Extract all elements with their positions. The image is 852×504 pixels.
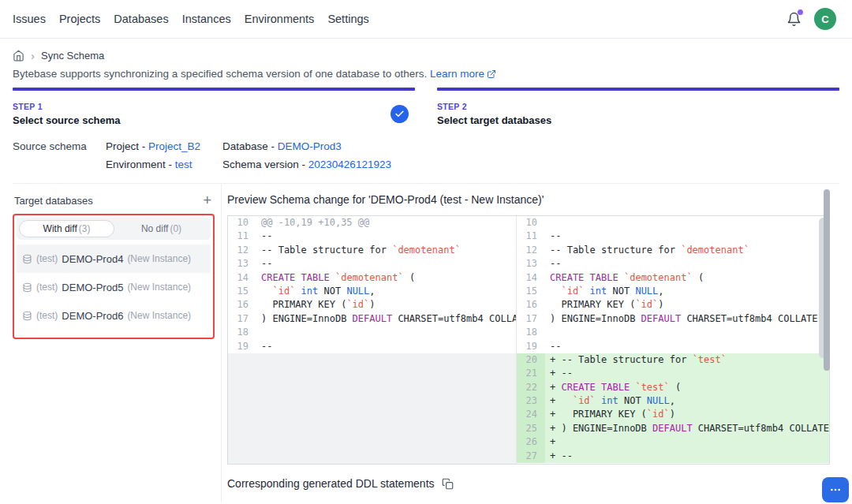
code-text: ) ENGINE=InnoDB DEFAULT CHARSET=utf8mb4 …: [545, 312, 829, 326]
target-databases-box: With diff(3) No diff(0) (test)DEMO-Prod4…: [13, 214, 215, 339]
add-target-database-button[interactable]: +: [203, 193, 211, 207]
code-text: [545, 216, 829, 230]
code-text: --: [256, 340, 516, 353]
line-number: 21: [517, 367, 545, 380]
line-number: 15: [228, 285, 256, 298]
line-number: 16: [517, 298, 545, 312]
target-suffix: (New Instance): [127, 253, 191, 264]
diff-line: 21+ --: [517, 367, 829, 380]
code-text: --: [545, 257, 829, 271]
diff-line: 18: [228, 326, 516, 339]
intro-text-row: Bytebase supports synchronizing a specif…: [13, 68, 839, 80]
diff-line: 14CREATE TABLE `demotenant` (: [228, 271, 516, 285]
code-text: [545, 326, 829, 339]
target-database-item[interactable]: (test)DEMO-Prod4(New Instance): [17, 245, 211, 273]
tab-no-diff[interactable]: No diff(0): [114, 220, 208, 237]
code-text: CREATE TABLE `demotenant` (: [545, 271, 829, 285]
target-environment: (test): [36, 282, 58, 293]
target-database-item[interactable]: (test)DEMO-Prod6(New Instance): [17, 301, 211, 330]
nav-item-settings[interactable]: Settings: [327, 13, 368, 25]
instance-icon: [22, 254, 32, 264]
diff-line: 10: [517, 216, 829, 230]
line-number: 15: [517, 285, 545, 298]
diff-line: 15 `id` int NOT NULL,: [517, 285, 829, 298]
diff-line: 16 PRIMARY KEY (`id`): [517, 298, 829, 312]
code-text: --: [545, 340, 829, 353]
learn-more-link[interactable]: Learn more: [430, 68, 496, 80]
line-number: 10: [517, 216, 545, 230]
diff-line: 13--: [228, 257, 516, 271]
main-nav: IssuesProjectsDatabasesInstancesEnvironm…: [13, 13, 383, 25]
tab-no-diff-label: No diff: [141, 223, 168, 234]
home-icon[interactable]: [13, 50, 24, 62]
preview-panel: Preview Schema change for 'DEMO-Prod4 (t…: [222, 184, 852, 502]
database-link[interactable]: DEMO-Prod3: [278, 140, 342, 152]
step2-label: STEP 2: [437, 102, 551, 111]
nav-item-environments[interactable]: Environments: [245, 13, 315, 25]
step-1: STEP 1 Select source schema: [13, 88, 415, 129]
schema-version-link[interactable]: 20230426121923: [308, 159, 391, 170]
diff-pane-new: 1011--12-- Table structure for `demotena…: [517, 216, 829, 464]
diff-line: 14CREATE TABLE `demotenant` (: [517, 271, 829, 285]
target-database-item[interactable]: (test)DEMO-Prod5(New Instance): [17, 273, 211, 301]
line-number: 11: [228, 230, 256, 243]
tab-with-diff-label: With diff: [43, 223, 77, 234]
diff-line: 17) ENGINE=InnoDB DEFAULT CHARSET=utf8mb…: [517, 312, 829, 326]
code-text: @@ -10,19 +10,35 @@: [256, 216, 516, 230]
nav-item-projects[interactable]: Projects: [59, 13, 100, 25]
target-name: DEMO-Prod5: [62, 282, 123, 293]
page-scrollbar[interactable]: [824, 187, 830, 504]
line-number: 17: [517, 312, 545, 326]
diff-line: 11--: [228, 230, 516, 243]
step-indicator: STEP 1 Select source schema STEP 2 Selec…: [13, 88, 839, 129]
code-text: +: [545, 435, 829, 449]
tab-no-diff-count: (0): [170, 223, 181, 234]
line-number: 16: [228, 298, 256, 312]
source-schema-section: Source schema Project - Project_B2 Datab…: [13, 140, 839, 170]
step1-completed-icon: [390, 105, 409, 123]
tab-with-diff-count: (3): [79, 223, 91, 234]
page-scrollbar-thumb[interactable]: [824, 189, 830, 371]
copy-icon[interactable]: [442, 478, 454, 490]
code-text: ) ENGINE=InnoDB DEFAULT CHARSET=utf8mb4 …: [256, 312, 516, 326]
diff-line: 12-- Table structure for `demotenant`: [228, 244, 516, 257]
line-number: 20: [517, 353, 545, 367]
user-avatar[interactable]: C: [814, 8, 836, 30]
ellipsis-icon: [829, 483, 842, 496]
nav-item-instances[interactable]: Instances: [182, 13, 231, 25]
diff-line: 27+ --: [517, 450, 829, 463]
project-link[interactable]: Project_B2: [148, 140, 200, 152]
target-suffix: (New Instance): [127, 282, 191, 293]
code-text: [256, 326, 516, 339]
line-number: 17: [228, 312, 256, 326]
notification-dot: [798, 9, 803, 15]
code-text: PRIMARY KEY (`id`): [545, 298, 829, 312]
diff-line: 23+ `id` int NOT NULL,: [517, 394, 829, 408]
nav-item-issues[interactable]: Issues: [13, 13, 46, 25]
external-link-icon: [487, 69, 496, 79]
diff-line: 18: [517, 326, 829, 339]
diff-line: 24+ PRIMARY KEY (`id`): [517, 408, 829, 421]
diff-line: 19--: [517, 340, 829, 353]
line-number: 11: [517, 230, 545, 243]
help-widget-button[interactable]: [822, 477, 849, 502]
line-number: 19: [517, 340, 545, 353]
diff-line: 26+: [517, 435, 829, 449]
tab-with-diff[interactable]: With diff(3): [19, 220, 114, 237]
code-text: --: [256, 257, 516, 271]
breadcrumb: › Sync Schema: [13, 50, 839, 62]
ddl-section: Corresponding generated DDL statements: [227, 477, 830, 490]
step1-progress-bar: [13, 88, 415, 91]
source-schema-version: Schema version - 20230426121923: [222, 159, 839, 170]
nav-item-databases[interactable]: Databases: [114, 13, 168, 25]
workspace: Target databases + With diff(3) No diff(…: [13, 183, 839, 502]
line-number: 24: [517, 408, 545, 421]
environment-link[interactable]: test: [175, 159, 192, 170]
notification-bell-icon[interactable]: [787, 12, 802, 27]
code-text: + --: [545, 367, 829, 380]
target-name: DEMO-Prod6: [62, 310, 123, 322]
target-environment: (test): [36, 310, 58, 321]
line-number: 19: [228, 340, 256, 353]
chevron-right-icon: ›: [31, 50, 35, 62]
environment-label: Environment -: [106, 159, 172, 170]
